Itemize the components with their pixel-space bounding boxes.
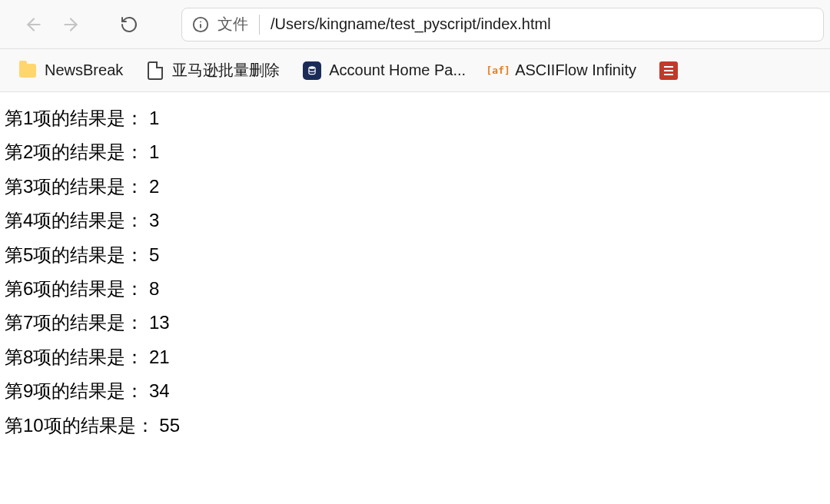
app-icon — [659, 61, 678, 80]
url-path: /Users/kingname/test_pyscript/index.html — [271, 15, 814, 33]
folder-icon — [18, 61, 37, 80]
result-line: 第5项的结果是： 5 — [5, 238, 825, 272]
browser-toolbar: 文件 /Users/kingname/test_pyscript/index.h… — [0, 0, 830, 49]
result-line: 第6项的结果是： 8 — [5, 272, 825, 306]
svg-point-5 — [309, 66, 315, 69]
bookmark-label: NewsBreak — [45, 61, 123, 79]
result-line: 第1项的结果是： 1 — [5, 101, 825, 135]
arrow-left-icon — [24, 15, 44, 35]
arrow-right-icon — [61, 15, 81, 35]
site-info-button[interactable] — [191, 15, 210, 34]
url-bar[interactable]: 文件 /Users/kingname/test_pyscript/index.h… — [181, 8, 824, 41]
result-line: 第7项的结果是： 13 — [5, 306, 825, 340]
url-divider — [259, 15, 260, 35]
file-icon — [146, 61, 164, 80]
bookmark-newsbreak[interactable]: NewsBreak — [12, 57, 134, 85]
bookmark-label: 亚马逊批量删除 — [172, 60, 280, 81]
database-icon — [303, 61, 321, 80]
result-line: 第10项的结果是： 55 — [5, 409, 825, 443]
bookmarks-bar: NewsBreak 亚马逊批量删除 Account Home Pa... [af… — [0, 49, 830, 92]
bookmark-label: ASCIIFlow Infinity — [515, 61, 636, 79]
result-line: 第4项的结果是： 3 — [5, 204, 825, 237]
bookmark-label: Account Home Pa... — [329, 61, 466, 79]
url-scheme-label: 文件 — [217, 14, 248, 35]
result-line: 第3项的结果是： 2 — [5, 170, 825, 204]
bookmark-item-5[interactable] — [653, 57, 684, 85]
result-line: 第8项的结果是： 21 — [5, 340, 825, 374]
result-line: 第9项的结果是： 34 — [5, 374, 825, 408]
reload-button[interactable] — [114, 9, 144, 40]
asciiflow-icon: [af] — [489, 61, 507, 80]
page-content: 第1项的结果是： 1第2项的结果是： 1第3项的结果是： 2第4项的结果是： 3… — [0, 92, 830, 452]
info-icon — [192, 16, 209, 33]
back-button[interactable] — [18, 9, 49, 40]
bookmark-amazon-bulk-delete[interactable]: 亚马逊批量删除 — [140, 55, 290, 85]
bookmark-asciiflow[interactable]: [af] ASCIIFlow Infinity — [483, 57, 647, 85]
nav-controls — [6, 9, 157, 40]
result-line: 第2项的结果是： 1 — [5, 135, 825, 169]
bookmark-account-home[interactable]: Account Home Pa... — [297, 57, 476, 85]
reload-icon — [120, 15, 138, 34]
forward-button[interactable] — [55, 9, 86, 40]
